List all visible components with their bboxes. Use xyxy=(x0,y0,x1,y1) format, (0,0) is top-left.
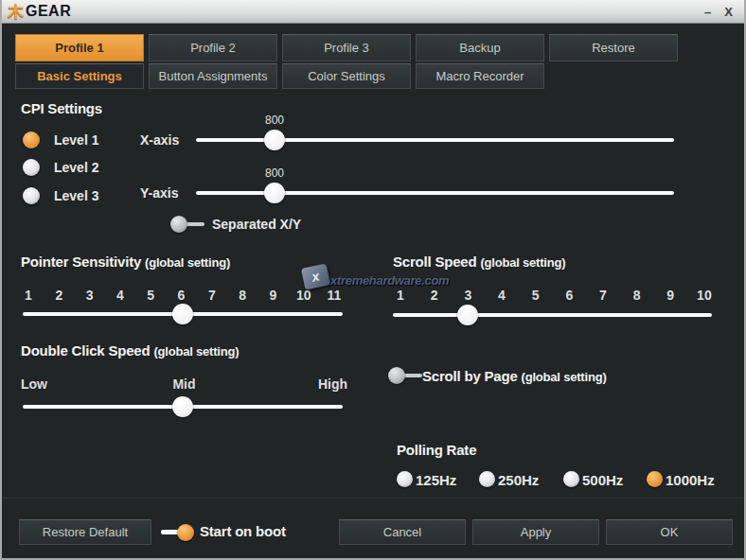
start-on-boot-label: Start on boot xyxy=(200,523,286,539)
tab-macro-recorder[interactable]: Macro Recorder xyxy=(416,63,544,89)
polling-rate-250hz-radio[interactable] xyxy=(479,471,495,487)
pointer-sensitivity-ticks: 1234567891011 xyxy=(18,288,345,303)
minimize-button[interactable]: – xyxy=(704,6,711,18)
title-bar: 木 GEAR – X xyxy=(0,0,746,24)
cpi-settings-title: CPI Settings xyxy=(21,100,102,116)
separated-xy-toggle[interactable] xyxy=(170,216,187,233)
polling-rate-500hz-label: 500Hz xyxy=(582,472,623,488)
tab-profile-1[interactable]: Profile 1 xyxy=(15,34,144,61)
fnatic-logo-icon: 木 xyxy=(8,4,24,20)
pointer-sensitivity-title-text: Pointer Sensitivity xyxy=(21,254,141,270)
cpi-level-3-label: Level 3 xyxy=(54,188,98,203)
y-axis-value: 800 xyxy=(256,166,293,180)
y-axis-slider-thumb[interactable] xyxy=(264,183,285,203)
app-window: 木 GEAR – X Profile 1 Profile 2 Profile 3… xyxy=(0,0,746,560)
double-click-speed-ticks: Low Mid High xyxy=(21,376,347,392)
pointer-sensitivity-title: Pointer Sensitivity (global setting) xyxy=(21,254,230,270)
footer-divider xyxy=(2,498,744,499)
scroll-speed-title: Scroll Speed (global setting) xyxy=(393,254,565,270)
polling-rate-125hz-label: 125Hz xyxy=(416,472,456,488)
double-click-speed-title: Double Click Speed (global setting) xyxy=(21,342,239,359)
tab-backup[interactable]: Backup xyxy=(416,34,544,61)
close-button[interactable]: X xyxy=(724,6,733,18)
cpi-level-2-radio[interactable] xyxy=(23,159,40,176)
apply-button[interactable]: Apply xyxy=(472,519,599,545)
polling-rate-1000hz-label: 1000Hz xyxy=(666,472,715,488)
pointer-sensitivity-subtitle: (global setting) xyxy=(145,255,230,270)
double-click-speed-title-text: Double Click Speed xyxy=(21,342,150,359)
double-click-speed-slider-thumb[interactable] xyxy=(172,396,193,417)
y-axis-label: Y-axis xyxy=(140,185,178,201)
restore-default-button[interactable]: Restore Default xyxy=(19,519,151,545)
pointer-sensitivity-slider-thumb[interactable] xyxy=(172,304,193,324)
scroll-by-page-subtitle: (global setting) xyxy=(522,370,607,384)
polling-rate-500hz-radio[interactable] xyxy=(563,471,579,487)
x-axis-label: X-axis xyxy=(140,132,179,148)
tab-basic-settings[interactable]: Basic Settings xyxy=(15,63,144,89)
separated-xy-label: Separated X/Y xyxy=(212,217,301,232)
polling-rate-125hz-radio[interactable] xyxy=(397,471,413,487)
tab-profile-2[interactable]: Profile 2 xyxy=(149,34,277,61)
scroll-speed-title-text: Scroll Speed xyxy=(393,254,476,270)
scroll-speed-slider-track[interactable] xyxy=(393,313,712,317)
cancel-button[interactable]: Cancel xyxy=(339,519,466,545)
app-title: GEAR xyxy=(26,3,71,20)
polling-rate-250hz-label: 250Hz xyxy=(498,472,539,488)
start-on-boot-toggle[interactable] xyxy=(177,524,194,541)
scroll-by-page-label: Scroll by Page (global setting) xyxy=(422,368,607,384)
tab-color-settings[interactable]: Color Settings xyxy=(282,63,411,89)
tab-restore[interactable]: Restore xyxy=(549,34,678,61)
cpi-level-1-label: Level 1 xyxy=(54,132,98,148)
polling-rate-1000hz-radio[interactable] xyxy=(647,471,663,487)
tab-button-assignments[interactable]: Button Assignments xyxy=(149,63,277,89)
watermark-logo: x xyxy=(301,263,330,289)
cpi-level-3-radio[interactable] xyxy=(23,187,40,204)
x-axis-slider-thumb[interactable] xyxy=(264,130,285,150)
scroll-speed-ticks: 12345678910 xyxy=(390,288,715,303)
scroll-speed-slider-thumb[interactable] xyxy=(457,305,478,325)
scroll-by-page-label-text: Scroll by Page xyxy=(422,368,518,384)
ok-button[interactable]: OK xyxy=(606,519,733,545)
scroll-speed-subtitle: (global setting) xyxy=(480,255,565,270)
cpi-level-1-radio[interactable] xyxy=(23,131,40,149)
x-axis-value: 800 xyxy=(256,114,293,127)
scroll-by-page-toggle[interactable] xyxy=(388,367,405,384)
tab-profile-3[interactable]: Profile 3 xyxy=(282,34,411,61)
double-click-speed-subtitle: (global setting) xyxy=(153,344,239,359)
cpi-level-2-label: Level 2 xyxy=(54,160,98,175)
polling-rate-title: Polling Rate xyxy=(397,442,476,458)
watermark-text: xtremehardware.com xyxy=(330,273,449,288)
